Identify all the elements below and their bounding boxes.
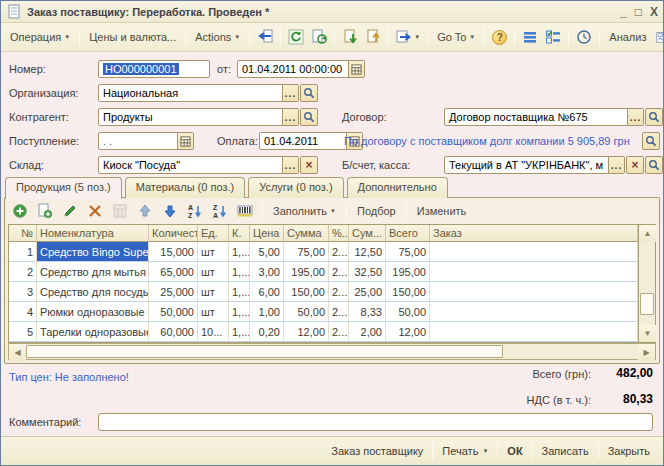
supplier-order-button[interactable]: Заказ поставщику [324, 442, 430, 460]
column-header[interactable]: Сумма [284, 225, 329, 242]
analysis-button[interactable]: Анализ [604, 28, 651, 46]
table-cell[interactable] [430, 242, 638, 262]
contract-field[interactable]: Договор поставщика №675 ... [444, 108, 663, 126]
table-cell[interactable]: Средство Bingo Super дл... [37, 242, 149, 262]
structure-button[interactable] [519, 27, 541, 47]
print-menu-button[interactable]: Печать▼ [435, 442, 495, 460]
account-open-button[interactable] [645, 156, 663, 174]
table-cell[interactable]: 150,00 [284, 282, 329, 302]
delete-row-button[interactable] [84, 201, 106, 221]
add-row-button[interactable] [9, 201, 31, 221]
table-cell[interactable]: 2... [329, 282, 349, 302]
scroll-left-button[interactable]: ◀ [9, 344, 26, 361]
organization-field[interactable]: Национальная ... [98, 84, 318, 102]
table-cell[interactable]: 65,000 [149, 262, 198, 282]
table-row[interactable]: 2Средство для мытья пос...65,000шт1,...3… [9, 262, 638, 282]
column-header[interactable]: Всего [386, 225, 430, 242]
table-cell[interactable] [430, 282, 638, 302]
counterparty-select-button[interactable]: ... [282, 109, 298, 125]
table-cell[interactable]: 1,... [229, 262, 250, 282]
copy-row-button[interactable] [34, 201, 56, 221]
table-cell[interactable]: 75,00 [386, 242, 430, 262]
table-row[interactable]: 3Средство для посуды Do...25,000шт1,...6… [9, 282, 638, 302]
table-row[interactable]: 5Тарелки одноразовые60,00010...1,...0,20… [9, 322, 638, 342]
table-cell[interactable]: 5 [9, 322, 37, 342]
h-scroll-thumb[interactable] [26, 345, 503, 358]
table-cell[interactable]: 75,00 [284, 242, 329, 262]
table-cell[interactable]: 12,00 [284, 322, 329, 342]
organization-open-button[interactable] [300, 84, 318, 102]
table-cell[interactable]: 1,... [229, 302, 250, 322]
ok-button[interactable]: ОК [500, 442, 529, 460]
reread-document-button[interactable] [308, 27, 330, 47]
cml-export-menu-button[interactable]: CML ▼ [652, 27, 664, 47]
calendar-button[interactable] [348, 61, 364, 77]
v-scroll-thumb[interactable] [640, 293, 654, 315]
table-cell[interactable]: 1,... [229, 282, 250, 302]
show-totals-button[interactable] [109, 201, 131, 221]
tab-products[interactable]: Продукция (5 поз.) [5, 177, 122, 199]
column-header[interactable]: Сум... [349, 225, 386, 242]
timer-button[interactable] [573, 27, 595, 47]
account-select-button[interactable]: ... [608, 157, 624, 173]
pick-button[interactable]: Подбор [353, 203, 400, 219]
table-cell[interactable]: 6,00 [250, 282, 284, 302]
go-to-menu-button[interactable]: Go To▼ [432, 28, 480, 46]
table-cell[interactable]: 32,50 [349, 262, 386, 282]
scroll-down-button[interactable]: ▼ [639, 325, 656, 342]
table-cell[interactable]: 195,00 [386, 262, 430, 282]
properties-button[interactable] [542, 27, 564, 47]
table-cell[interactable]: 2... [329, 242, 349, 262]
column-header[interactable]: № [9, 225, 37, 242]
table-cell[interactable]: 50,000 [149, 302, 198, 322]
account-clear-button[interactable]: × [626, 156, 644, 174]
table-cell[interactable]: 50,00 [284, 302, 329, 322]
table-cell[interactable]: 60,000 [149, 322, 198, 342]
table-cell[interactable]: 1,00 [250, 302, 284, 322]
table-cell[interactable]: 2... [329, 302, 349, 322]
table-cell[interactable]: Средство для мытья пос... [37, 262, 149, 282]
table-cell[interactable]: 3 [9, 282, 37, 302]
titlebar-close-button[interactable]: X [650, 6, 658, 18]
contract-select-button[interactable]: ... [627, 109, 643, 125]
change-button[interactable]: Изменить [413, 203, 471, 219]
close-button[interactable]: Закрыть [601, 442, 657, 460]
table-cell[interactable]: Средство для посуды Do... [37, 282, 149, 302]
table-row[interactable]: 4Рюмки одноразовые 50мл50,000шт1,...1,00… [9, 302, 638, 322]
table-cell[interactable]: Тарелки одноразовые [37, 322, 149, 342]
table-cell[interactable]: 2 [9, 262, 37, 282]
table-cell[interactable]: 10... [198, 322, 229, 342]
table-cell[interactable]: 1,... [229, 322, 250, 342]
table-cell[interactable]: 25,00 [349, 282, 386, 302]
tab-materials[interactable]: Материалы (0 поз.) [125, 177, 246, 198]
table-cell[interactable]: 1,... [229, 242, 250, 262]
sort-asc-button[interactable]: A Z [184, 201, 206, 221]
counterparty-open-button[interactable] [300, 108, 318, 126]
tab-services[interactable]: Услуги (0 поз.) [248, 177, 343, 198]
h-scroll-track[interactable] [26, 344, 638, 359]
debt-open-button[interactable] [642, 132, 660, 150]
receipt-field[interactable]: . . [98, 132, 194, 150]
table-cell[interactable]: 15,000 [149, 242, 198, 262]
table-cell[interactable]: 1 [9, 242, 37, 262]
edit-row-button[interactable] [59, 201, 81, 221]
refresh-button[interactable] [285, 27, 307, 47]
column-header[interactable]: Заказ [430, 225, 638, 242]
column-header[interactable]: К. [229, 225, 250, 242]
help-button[interactable]: ? [489, 28, 510, 47]
save-button[interactable]: Записать [535, 442, 596, 460]
column-header[interactable]: Номенклатура [37, 225, 149, 242]
scroll-up-button[interactable]: ▲ [639, 225, 656, 242]
prices-currency-button[interactable]: Цены и валюта... [84, 28, 181, 46]
minimize-button[interactable]: _ [620, 6, 627, 18]
table-cell[interactable] [430, 262, 638, 282]
table-cell[interactable]: шт [198, 262, 229, 282]
maximize-button[interactable]: □ [635, 6, 642, 18]
v-scroll-track[interactable] [639, 242, 655, 325]
import-document-button[interactable] [339, 27, 361, 47]
column-header[interactable]: Количест... [149, 225, 198, 242]
contract-open-button[interactable] [645, 108, 663, 126]
v-scrollbar[interactable]: ▲ ▼ [638, 225, 655, 342]
table-cell[interactable]: шт [198, 242, 229, 262]
table-cell[interactable]: 8,33 [349, 302, 386, 322]
